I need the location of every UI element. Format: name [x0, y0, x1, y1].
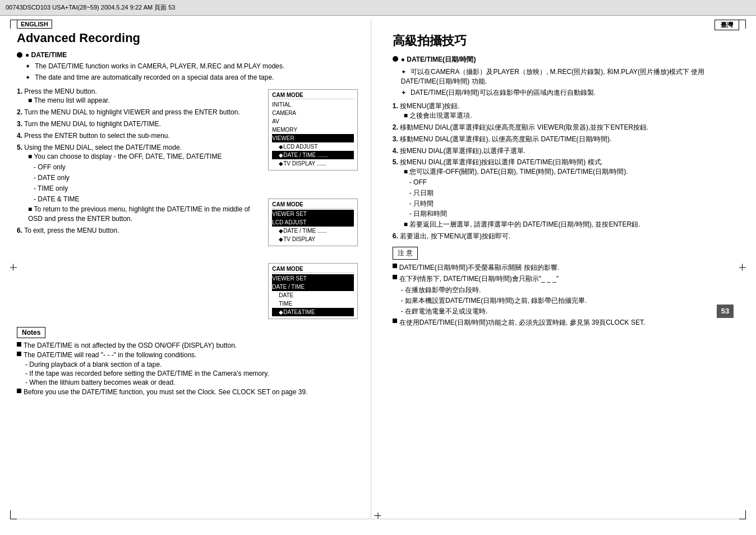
header-text: 00743DSCD103 USA+TAI(28~59) 2004.5.24 9:…	[6, 3, 175, 12]
right-step-5: 5. 按MENU DIAL(選單選擇鈕)按鈕以選擇 DATE/TIME(日期/時…	[393, 158, 739, 229]
right-step-1: 1. 按MENU(選單)按鈕. ■ 之後會出現選單選項.	[393, 102, 739, 121]
right-notes-section: 注 意 DATE/TIME(日期/時間)不受螢幕顯示開關 按鈕的影響. 在下列情…	[393, 247, 739, 328]
header-bar: 00743DSCD103 USA+TAI(28~59) 2004.5.24 9:…	[0, 0, 756, 16]
right-note-2: 在下列情形下, DATE/TIME(日期/時間)會只顯示"_ _ _"	[393, 274, 739, 284]
right-step-6: 6. 若要退出, 按下MENU(選單)按鈕即可.	[393, 232, 739, 241]
right-column: 臺灣 高級拍攝技巧 ● DATE/TIME(日期/時間) ✦ 可以在CAMERA…	[393, 20, 739, 329]
right-note-1: DATE/TIME(日期/時間)不受螢幕顯示開關 按鈕的影響.	[393, 263, 739, 273]
note-2c: - When the lithium battery becomes weak …	[25, 379, 363, 386]
note-2: The DATE/TIME will read "- - -" in the f…	[17, 351, 363, 359]
cam-mode-box-1: CAM MODE INITIAL CAMERA AV MEMORY VIEWER…	[268, 89, 358, 170]
step-5: 5. Using the MENU DIAL, select the DATE/…	[17, 143, 264, 224]
right-note-3: 在使用DATE/TIME(日期/時間)功能之前, 必須先設置時鐘, 參見第 39…	[393, 318, 739, 328]
zhu-yi-label: 注 意	[393, 247, 418, 260]
right-note-2a: - 在播放錄影帶的空白段時.	[401, 285, 739, 295]
note-3: Before you use the DATE/TIME function, y…	[17, 388, 363, 396]
note-1: The DATE/TIME is not affected by the OSD…	[17, 342, 363, 349]
steps-container: 1. Press the MENU button. ■ The menu lis…	[17, 87, 363, 321]
notes-label: Notes	[17, 327, 45, 338]
left-date-time-title: ● DATE/TIME	[17, 51, 363, 59]
bottom-border	[17, 519, 739, 519]
step-2: 2. Turn the MENU DIAL to highlight VIEWE…	[17, 108, 264, 117]
right-note-2b: - 如果本機設置DATE/TIME(日期/時間)之前, 錄影帶已拍攝完畢.	[401, 296, 739, 306]
right-title: 高級拍攝技巧	[393, 33, 739, 49]
page-container: 00743DSCD103 USA+TAI(28~59) 2004.5.24 9:…	[0, 0, 756, 535]
left-dt-bullet-2: ✦ The date and time are automatically re…	[25, 73, 363, 82]
taiwan-badge: 臺灣	[714, 20, 739, 30]
right-dt-bullets: ✦ 可以在CAMERA（攝影）及PLAYER（放映）, M.REC(照片錄製),…	[401, 67, 739, 97]
left-title: Advanced Recording	[17, 31, 363, 45]
right-step-3: 3. 移動MENU DIAL(選單選擇鈕), 以便高亮度顯示 DATE/TIME…	[393, 135, 739, 144]
main-content: ENGLISH Advanced Recording ● DATE/TIME ✦…	[17, 20, 739, 518]
note-2b: - If the tape was recorded before settin…	[25, 370, 363, 377]
bullet-circle	[17, 52, 22, 58]
note-2a: - During playback of a blank section of …	[25, 361, 363, 368]
notes-section: Notes The DATE/TIME is not affected by t…	[17, 327, 363, 396]
taiwan-badge-container: 臺灣	[393, 20, 739, 30]
cam-mode-box-2: CAM MODE VIEWER SET LCD ADJUST ◆DATE / T…	[268, 199, 358, 246]
right-note-2c: - 在鋰電池電量不足或沒電時.	[401, 307, 739, 316]
right-dt-bullet-1: ✦ 可以在CAMERA（攝影）及PLAYER（放映）, M.REC(照片錄製),…	[401, 67, 739, 86]
right-date-time-title: ● DATE/TIME(日期/時間)	[393, 55, 739, 64]
column-divider	[371, 20, 371, 518]
step-4: 4. Press the ENTER button to select the …	[17, 131, 264, 141]
right-steps: 1. 按MENU(選單)按鈕. ■ 之後會出現選單選項. 2. 移動MENU D…	[393, 102, 739, 241]
page-number: 53	[717, 305, 734, 318]
step-1: 1. Press the MENU button. ■ The menu lis…	[17, 87, 264, 106]
english-badge: ENGLISH	[17, 20, 52, 29]
cam-mode-box-3: CAM MODE VIEWER SET DATE / TIME DATE TIM…	[268, 263, 358, 319]
cam-mode-boxes: CAM MODE INITIAL CAMERA AV MEMORY VIEWER…	[268, 87, 363, 321]
left-dt-bullet-1: ✦ The DATE/TIME function works in CAMERA…	[25, 62, 363, 71]
step-3: 3. Turn the MENU DIAL to highlight DATE/…	[17, 119, 264, 129]
right-step-2: 2. 移動MENU DIAL(選單選擇鈕)以便高亮度顯示 VIEWER(取景器)…	[393, 123, 739, 132]
right-step-4: 4. 按MENU DIAL(選單選擇鈕),以選擇子選單.	[393, 146, 739, 156]
step-6: 6. To exit, press the MENU button.	[17, 226, 264, 236]
left-dt-bullets: ✦ The DATE/TIME function works in CAMERA…	[25, 62, 363, 82]
left-column: ENGLISH Advanced Recording ● DATE/TIME ✦…	[17, 20, 363, 398]
steps-text: 1. Press the MENU button. ■ The menu lis…	[17, 87, 264, 321]
right-dt-bullet-2: ✦ DATE/TIME(日期/時間)可以在錄影帶中的區域內進行自動錄製.	[401, 88, 739, 98]
